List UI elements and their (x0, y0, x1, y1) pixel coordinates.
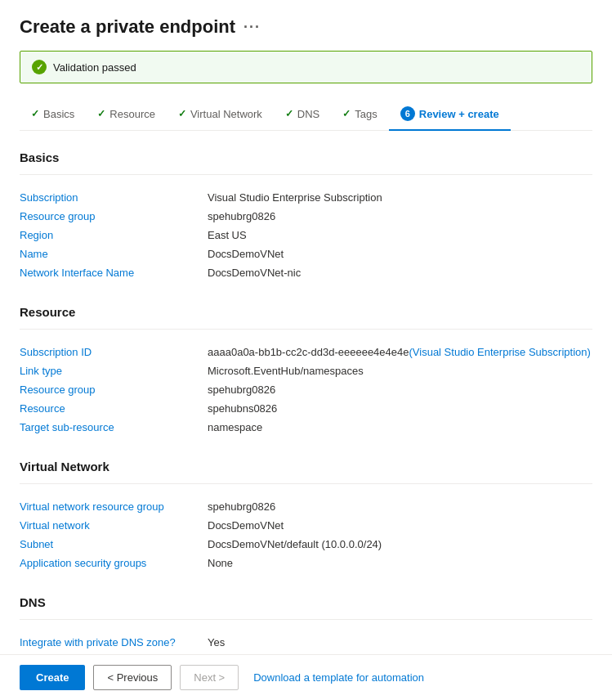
tab-basics[interactable]: ✓ Basics (20, 101, 86, 130)
field-tsr-value: namespace (208, 421, 592, 433)
tab-tags-check: ✓ (342, 108, 351, 119)
tab-resource[interactable]: ✓ Resource (86, 101, 167, 130)
field-subnet: Subnet DocsDemoVNet/default (10.0.0.0/24… (20, 535, 592, 554)
tab-review-create[interactable]: 6 Review + create (389, 100, 511, 131)
field-subscription: Subscription Visual Studio Enterprise Su… (20, 188, 592, 207)
field-resource-group-r: Resource group spehubrg0826 (20, 380, 592, 399)
validation-banner: Validation passed (20, 51, 592, 83)
tab-tags[interactable]: ✓ Tags (331, 101, 388, 130)
field-name-label: Name (20, 248, 208, 260)
tab-dns-check: ✓ (285, 108, 293, 119)
dns-section-title: DNS (20, 595, 592, 609)
download-template-link[interactable]: Download a template for automation (253, 671, 424, 684)
footer: Create < Previous Next > Download a temp… (0, 654, 612, 700)
tab-resource-label: Resource (109, 108, 155, 120)
resource-section-title: Resource (20, 305, 592, 319)
tab-basics-label: Basics (43, 108, 74, 120)
field-tsr-label: Target sub-resource (20, 421, 208, 433)
field-subnet-value: DocsDemoVNet/default (10.0.0.0/24) (208, 538, 592, 550)
field-resource-label: Resource (20, 402, 208, 415)
field-rg-label: Resource group (20, 210, 208, 222)
basics-section: Basics Subscription Visual Studio Enterp… (20, 150, 592, 282)
field-subnet-label: Subnet (20, 538, 208, 550)
field-dns-integrate-label: Integrate with private DNS zone? (20, 636, 208, 648)
field-vnet-label: Virtual network (20, 519, 208, 532)
previous-button[interactable]: < Previous (93, 665, 172, 690)
field-region-label: Region (20, 229, 208, 241)
field-link-type-label: Link type (20, 365, 208, 377)
field-name: Name DocsDemoVNet (20, 245, 592, 263)
field-sub-id-value: aaaa0a0a-bb1b-cc2c-dd3d-eeeeee4e4e4e(Vis… (208, 346, 592, 358)
tab-review-label: Review + create (419, 108, 499, 120)
field-asg: Application security groups None (20, 554, 592, 572)
tab-review-badge: 6 (400, 106, 415, 121)
field-subscription-label: Subscription (20, 191, 208, 204)
field-sub-id-label: Subscription ID (20, 346, 208, 358)
field-dns-integrate: Integrate with private DNS zone? Yes (20, 633, 592, 652)
tab-tags-label: Tags (355, 108, 377, 120)
field-vnet-rg: Virtual network resource group spehubrg0… (20, 497, 592, 516)
tab-resource-check: ✓ (97, 108, 105, 119)
field-rg-r-value: spehubrg0826 (208, 384, 592, 396)
field-vnet-value: DocsDemoVNet (208, 519, 592, 532)
resource-section: Resource Subscription ID aaaa0a0a-bb1b-c… (20, 305, 592, 437)
vnet-section-title: Virtual Network (20, 460, 592, 473)
field-target-sub-resource: Target sub-resource namespace (20, 418, 592, 437)
tab-dns[interactable]: ✓ DNS (274, 101, 331, 130)
field-region-value: East US (208, 229, 592, 241)
field-asg-value: None (208, 557, 592, 569)
field-name-value: DocsDemoVNet (208, 248, 592, 260)
field-dns-integrate-value: Yes (208, 636, 592, 648)
basics-section-title: Basics (20, 150, 592, 164)
tab-dns-label: DNS (297, 108, 319, 120)
field-region: Region East US (20, 226, 592, 245)
tab-vnet-check: ✓ (178, 108, 186, 119)
page-title-ellipsis: ··· (243, 19, 261, 36)
field-subscription-value: Visual Studio Enterprise Subscription (208, 191, 592, 204)
field-subscription-id: Subscription ID aaaa0a0a-bb1b-cc2c-dd3d-… (20, 343, 592, 361)
field-resource: Resource spehubns0826 (20, 399, 592, 418)
field-vnet-rg-label: Virtual network resource group (20, 500, 208, 513)
field-rg-r-label: Resource group (20, 384, 208, 396)
field-resource-group: Resource group spehubrg0826 (20, 207, 592, 226)
field-vnet-rg-value: spehubrg0826 (208, 500, 592, 513)
field-link-type-value: Microsoft.EventHub/namespaces (208, 365, 592, 377)
tab-virtual-network[interactable]: ✓ Virtual Network (167, 101, 274, 130)
field-link-type: Link type Microsoft.EventHub/namespaces (20, 361, 592, 380)
next-button: Next > (180, 665, 239, 690)
field-vnet: Virtual network DocsDemoVNet (20, 516, 592, 535)
validation-passed-icon (32, 60, 47, 74)
field-nic-label: Network Interface Name (20, 267, 208, 279)
field-rg-value: spehubrg0826 (208, 210, 592, 222)
validation-text: Validation passed (53, 61, 136, 74)
field-asg-label: Application security groups (20, 557, 208, 569)
page-title-text: Create a private endpoint (20, 16, 235, 38)
virtual-network-section: Virtual Network Virtual network resource… (20, 460, 592, 572)
page-title: Create a private endpoint ··· (20, 16, 592, 38)
field-resource-value: spehubns0826 (208, 402, 592, 415)
tab-basics-check: ✓ (31, 108, 39, 119)
field-nic-value: DocsDemoVNet-nic (208, 267, 592, 279)
tab-vnet-label: Virtual Network (190, 108, 262, 120)
tabs-row: ✓ Basics ✓ Resource ✓ Virtual Network ✓ … (20, 100, 592, 131)
create-button[interactable]: Create (20, 665, 85, 690)
sub-id-link[interactable]: (Visual Studio Enterprise Subscription) (409, 346, 591, 358)
field-nic-name: Network Interface Name DocsDemoVNet-nic (20, 263, 592, 282)
